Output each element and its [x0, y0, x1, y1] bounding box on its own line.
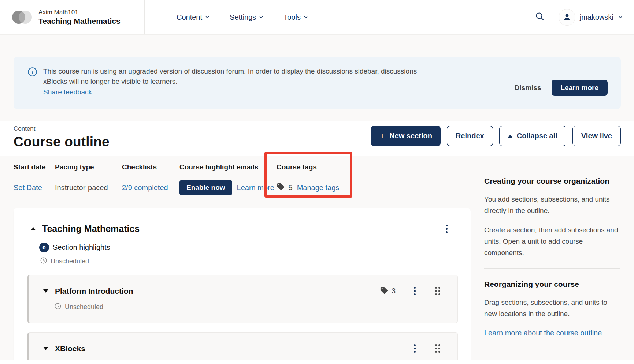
org-course-id: Axim Math101: [38, 8, 121, 16]
subsection-title: Platform Introduction: [55, 287, 133, 296]
org-logo-icon: [12, 10, 34, 24]
page-title: Course outline: [14, 134, 110, 150]
plus-icon: +: [379, 131, 385, 140]
user-menu[interactable]: jmakowski: [559, 9, 623, 26]
checklists-link[interactable]: 2/9 completed: [122, 184, 168, 192]
share-feedback-link[interactable]: Share feedback: [43, 87, 92, 97]
nav-tools[interactable]: Tools: [283, 13, 308, 22]
divider: [484, 349, 620, 349]
subsection-title: XBlocks: [55, 344, 85, 353]
app-header: Axim Math101 Teaching Mathematics Conten…: [0, 0, 634, 35]
nav-tools-label: Tools: [283, 13, 301, 22]
set-date-link[interactable]: Set Date: [14, 184, 42, 192]
subsection-kebab-menu-icon[interactable]: [412, 343, 417, 354]
discussion-upgrade-banner: This course run is using an upgraded ver…: [14, 57, 621, 109]
section-title: Teaching Mathematics: [42, 224, 140, 234]
person-icon: [562, 12, 572, 22]
outline-learn-more-link[interactable]: Learn more about the course outline: [484, 329, 602, 337]
drag-handle-icon[interactable]: [434, 286, 441, 296]
expand-subsection-icon[interactable]: [43, 289, 48, 293]
reindex-button[interactable]: Reindex: [447, 126, 493, 146]
chevron-down-icon: [303, 15, 308, 20]
view-live-label: View live: [581, 132, 612, 140]
enable-now-button[interactable]: Enable now: [179, 180, 232, 195]
collapse-section-icon[interactable]: [31, 227, 36, 230]
banner-message: This course run is using an upgraded ver…: [43, 66, 442, 87]
avatar: [559, 9, 575, 26]
collapse-all-button[interactable]: Collapse all: [499, 126, 566, 146]
section-header: Teaching Mathematics: [31, 223, 458, 234]
course-tags-count: 5: [288, 183, 293, 192]
collapse-arrow-icon: [508, 135, 512, 138]
section-kebab-menu-icon[interactable]: [444, 223, 449, 234]
subsection-tag-count: 3: [392, 287, 396, 295]
chevron-down-icon: [618, 15, 623, 20]
subsection-tags[interactable]: 3: [380, 286, 396, 296]
help-paragraph: Drag sections, subsections, and units to…: [484, 297, 620, 319]
dismiss-button[interactable]: Dismiss: [515, 84, 541, 92]
pacing-type-label: Pacing type: [55, 163, 122, 171]
help-heading: Creating your course organization: [484, 176, 620, 186]
tag-icon: [277, 183, 285, 193]
subsection-card: Platform Introduction 3: [27, 275, 458, 323]
highlight-learn-more-link[interactable]: Learn more: [237, 184, 274, 192]
section-schedule: Unscheduled: [51, 258, 89, 265]
course-outline-card: Teaching Mathematics 0 Section highlight…: [14, 208, 471, 364]
page-head: Content Course outline + New section Rei…: [0, 121, 634, 156]
nav-settings-label: Settings: [230, 13, 256, 22]
breadcrumb: Content: [14, 125, 110, 132]
clock-icon: [54, 303, 62, 312]
subsection-card: XBlocks Unscheduled: [27, 332, 458, 364]
checklists-label: Checklists: [122, 163, 179, 171]
view-live-button[interactable]: View live: [572, 126, 621, 146]
course-tags-column: Course tags 5 Manage tags: [277, 163, 339, 196]
info-icon: [27, 66, 37, 78]
reindex-label: Reindex: [456, 132, 484, 140]
new-section-button[interactable]: + New section: [371, 126, 441, 146]
help-sidebar: Creating your course organization You ad…: [484, 176, 620, 364]
main-nav: Content Settings Tools: [177, 13, 308, 22]
divider: [484, 268, 620, 269]
help-paragraph: Create a section, then add subsections a…: [484, 224, 620, 258]
expand-subsection-icon[interactable]: [43, 347, 48, 350]
help-paragraph: You add sections, subsections, and units…: [484, 194, 620, 216]
nav-content-label: Content: [177, 13, 202, 22]
collapse-all-label: Collapse all: [517, 132, 557, 140]
nav-settings[interactable]: Settings: [230, 13, 264, 22]
chevron-down-icon: [259, 15, 264, 20]
chevron-down-icon: [205, 15, 210, 20]
username: jmakowski: [580, 13, 613, 22]
course-status-bar: Start date Set Date Pacing type Instruct…: [14, 163, 471, 196]
new-section-label: New section: [389, 132, 432, 140]
nav-content[interactable]: Content: [177, 13, 210, 22]
clock-icon: [40, 257, 47, 266]
course-tags-label: Course tags: [277, 163, 339, 171]
start-date-label: Start date: [14, 163, 55, 171]
drag-handle-icon[interactable]: [434, 343, 441, 354]
banner-learn-more-button[interactable]: Learn more: [552, 80, 608, 96]
section-highlights-link[interactable]: Section highlights: [53, 243, 110, 252]
course-name: Teaching Mathematics: [38, 16, 121, 26]
viewport-cutoff-strip: [0, 360, 634, 364]
subsection-schedule: Unscheduled: [65, 303, 103, 311]
help-heading: Reorganizing your course: [484, 279, 620, 289]
subsection-kebab-menu-icon[interactable]: [412, 285, 417, 297]
course-brand[interactable]: Axim Math101 Teaching Mathematics: [0, 0, 145, 34]
highlight-emails-label: Course highlight emails: [179, 163, 277, 171]
tag-icon: [380, 286, 388, 296]
manage-tags-link[interactable]: Manage tags: [297, 184, 340, 192]
highlights-count-badge: 0: [39, 243, 49, 252]
pacing-type-value: Instructor-paced: [55, 180, 122, 196]
search-icon[interactable]: [535, 12, 545, 23]
